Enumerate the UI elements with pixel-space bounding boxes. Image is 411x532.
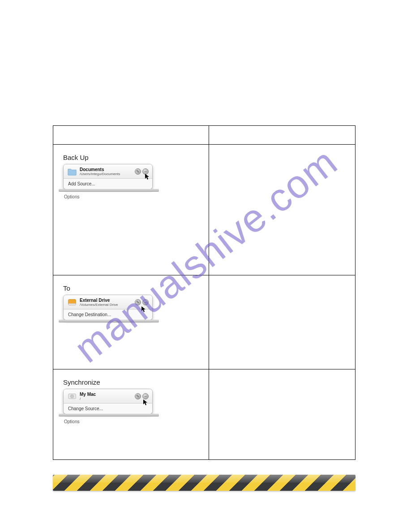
backup-card: Documents /Users/Intego/Documents ✎ – Ad… <box>63 164 153 189</box>
to-destination-row[interactable]: External Drive /Volumes/External Drive ✎… <box>64 295 152 309</box>
backup-item-path: /Users/Intego/Documents <box>80 172 135 176</box>
edit-icon[interactable]: ✎ <box>135 299 141 305</box>
cell-header-left <box>53 126 209 145</box>
sync-change-source[interactable]: Change Source... <box>64 403 152 414</box>
content-table: Back Up Documents /Users/Intego/Document… <box>53 125 355 460</box>
to-title: To <box>63 284 200 292</box>
shelf <box>59 189 159 192</box>
cell-backup-right <box>209 145 355 275</box>
sync-card: My Mac / ✎ – Change Source... <box>63 389 153 414</box>
sync-title: Synchronize <box>63 378 200 386</box>
footer-stripes <box>53 475 355 491</box>
cell-to-right <box>209 275 355 369</box>
cell-header-right <box>209 126 355 145</box>
backup-title: Back Up <box>63 154 200 161</box>
backup-item-name: Documents <box>80 167 135 172</box>
internal-drive-icon <box>67 391 77 401</box>
edit-icon[interactable]: ✎ <box>135 168 141 175</box>
cell-sync-right <box>209 369 355 460</box>
sync-options[interactable]: Options <box>64 419 200 424</box>
backup-options[interactable]: Options <box>64 194 200 199</box>
backup-add-source[interactable]: Add Source... <box>64 179 152 189</box>
to-card: External Drive /Volumes/External Drive ✎… <box>63 295 153 320</box>
backup-source-row[interactable]: Documents /Users/Intego/Documents ✎ – <box>64 164 152 179</box>
sync-item-path: / <box>80 397 135 401</box>
svg-rect-1 <box>68 304 76 305</box>
to-change-destination[interactable]: Change Destination... <box>64 309 152 320</box>
edit-icon[interactable]: ✎ <box>135 393 141 399</box>
shelf <box>59 320 159 322</box>
external-drive-icon <box>67 297 77 307</box>
cell-sync-left: Synchronize My Mac / <box>53 369 209 460</box>
sync-item-name: My Mac <box>80 392 135 397</box>
to-item-name: External Drive <box>80 298 135 303</box>
sync-source-row[interactable]: My Mac / ✎ – <box>64 389 152 403</box>
cell-to-left: To External Drive /Volumes/External Driv… <box>53 275 209 369</box>
folder-icon <box>67 167 77 176</box>
shelf <box>59 414 159 416</box>
remove-icon[interactable]: – <box>142 168 149 175</box>
remove-icon[interactable]: – <box>142 299 149 305</box>
remove-icon[interactable]: – <box>142 393 149 399</box>
svg-point-3 <box>70 395 73 398</box>
to-item-path: /Volumes/External Drive <box>80 303 135 307</box>
cell-backup-left: Back Up Documents /Users/Intego/Document… <box>53 145 209 275</box>
